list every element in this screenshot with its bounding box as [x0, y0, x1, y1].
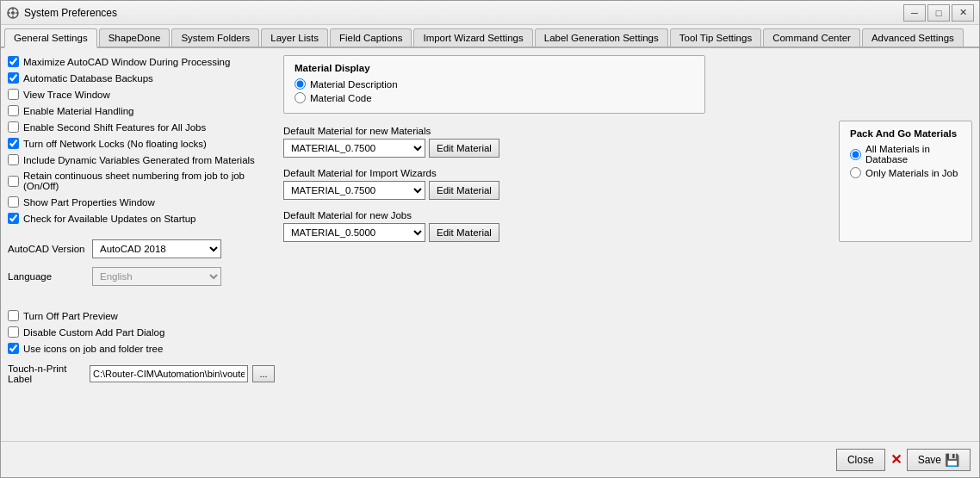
section-gap-3 [8, 301, 275, 306]
checkbox-second-shift-input[interactable] [8, 121, 19, 133]
material-section-jobs: Default Material for new Jobs MATERIAL_0… [283, 210, 830, 242]
touch-n-print-row: Touch-n-Print Label ... [8, 363, 275, 384]
close-btn[interactable]: Close [836, 449, 885, 471]
checkbox-maximize-autocad-input[interactable] [8, 56, 19, 67]
minimize-button[interactable]: ─ [903, 4, 926, 22]
material-import-label: Default Material for Import Wizards [283, 168, 830, 178]
pack-and-go-group: Pack And Go Materials All Materials in D… [839, 121, 972, 242]
checkbox-network-locks-label: Turn off Network Locks (No floating lock… [23, 139, 207, 149]
tab-label-generation[interactable]: Label Generation Settings [535, 28, 668, 47]
checkbox-enable-material-input[interactable] [8, 105, 19, 116]
material-import-row: MATERIAL_0.7500 Edit Material [283, 181, 830, 200]
material-new-edit-btn[interactable]: Edit Material [429, 139, 499, 158]
radio-material-code-label: Material Code [310, 93, 372, 103]
checkbox-check-updates-input[interactable] [8, 213, 19, 224]
material-new-select[interactable]: MATERIAL_0.7500 [283, 139, 425, 158]
system-preferences-window: System Preferences ─ □ ✕ General Setting… [0, 0, 980, 478]
language-select[interactable]: English [92, 267, 221, 286]
radio-material-description-label: Material Description [310, 79, 398, 90]
title-bar: System Preferences ─ □ ✕ [1, 1, 979, 25]
checkbox-disable-add-part-input[interactable] [8, 326, 19, 338]
checkbox-view-trace: View Trace Window [8, 88, 275, 101]
radio-all-materials-input[interactable] [850, 149, 861, 160]
maximize-button[interactable]: □ [927, 4, 950, 22]
language-row: Language English [8, 264, 275, 289]
radio-material-description-input[interactable] [295, 78, 306, 90]
checkbox-sheet-numbering-label: Retain continuous sheet numbering from j… [23, 171, 275, 191]
tab-bar: General Settings ShapeDone System Folder… [1, 25, 979, 48]
radio-material-description: Material Description [295, 78, 694, 90]
material-display-title: Material Display [295, 63, 694, 73]
tab-field-captions[interactable]: Field Captions [330, 28, 412, 47]
checkbox-disable-add-part: Disable Custom Add Part Dialog [8, 326, 275, 338]
material-sections-area: Default Material for new Materials MATER… [283, 121, 830, 242]
radio-all-materials-label: All Materials in Database [865, 144, 961, 165]
svg-point-1 [11, 11, 15, 15]
save-btn[interactable]: Save 💾 [907, 449, 971, 471]
material-import-edit-btn[interactable]: Edit Material [429, 181, 499, 200]
checkbox-use-icons: Use icons on job and folder tree [8, 342, 275, 355]
material-section-new: Default Material for new Materials MATER… [283, 126, 830, 158]
material-display-group: Material Display Material Description Ma… [283, 55, 705, 114]
tab-general-settings[interactable]: General Settings [4, 28, 97, 48]
language-label: Language [8, 271, 85, 282]
checkbox-view-trace-input[interactable] [8, 89, 19, 100]
material-jobs-edit-btn[interactable]: Edit Material [429, 223, 499, 242]
checkbox-part-properties-label: Show Part Properties Window [23, 197, 155, 208]
checkbox-part-properties-input[interactable] [8, 196, 19, 208]
autocad-version-row: AutoCAD Version AutoCAD 2018 AutoCAD 201… [8, 237, 275, 261]
checkbox-turn-off-preview-label: Turn Off Part Preview [23, 311, 118, 321]
material-import-select[interactable]: MATERIAL_0.7500 [283, 181, 425, 200]
autocad-version-label: AutoCAD Version [8, 244, 85, 254]
save-disk-icon: 💾 [945, 453, 959, 467]
browse-button[interactable]: ... [252, 365, 275, 382]
tab-command-center[interactable]: Command Center [763, 28, 860, 47]
left-column: Maximize AutoCAD Window During Processin… [8, 55, 275, 434]
checkbox-turn-off-preview-input[interactable] [8, 310, 19, 321]
close-button[interactable]: ✕ [952, 4, 974, 22]
material-section-import: Default Material for Import Wizards MATE… [283, 168, 830, 200]
touch-n-print-input[interactable] [90, 365, 248, 382]
checkbox-part-properties: Show Part Properties Window [8, 196, 275, 208]
pack-and-go-title: Pack And Go Materials [850, 128, 961, 139]
radio-all-materials: All Materials in Database [850, 144, 961, 165]
checkbox-use-icons-input[interactable] [8, 343, 19, 354]
checkbox-check-updates-label: Check for Available Updates on Startup [23, 214, 196, 224]
checkbox-use-icons-label: Use icons on job and folder tree [23, 344, 163, 354]
title-bar-controls: ─ □ ✕ [903, 4, 974, 22]
checkbox-dynamic-vars-label: Include Dynamic Variables Generated from… [23, 155, 255, 165]
tab-advanced-settings[interactable]: Advanced Settings [862, 28, 964, 47]
autocad-version-select[interactable]: AutoCAD 2018 AutoCAD 2019 AutoCAD 2020 A… [92, 239, 221, 258]
save-btn-label: Save [918, 454, 941, 466]
close-btn-label: Close [847, 454, 874, 466]
checkbox-sheet-numbering: Retain continuous sheet numbering from j… [8, 170, 275, 192]
checkbox-network-locks-input[interactable] [8, 138, 19, 149]
checkbox-second-shift: Enable Second Shift Features for All Job… [8, 121, 275, 133]
title-bar-left: System Preferences [6, 6, 117, 20]
checkbox-enable-material-label: Enable Material Handling [23, 106, 134, 116]
tab-system-folders[interactable]: System Folders [171, 28, 259, 47]
radio-only-in-job-input[interactable] [850, 167, 861, 178]
section-gap-1 [8, 228, 275, 233]
tab-shapedone[interactable]: ShapeDone [99, 28, 171, 47]
checkbox-turn-off-preview: Turn Off Part Preview [8, 309, 275, 322]
checkbox-sheet-numbering-input[interactable] [8, 176, 19, 187]
material-jobs-label: Default Material for new Jobs [283, 210, 830, 220]
radio-only-in-job: Only Materials in Job [850, 167, 961, 178]
app-icon [6, 6, 20, 20]
checkbox-dynamic-vars-input[interactable] [8, 154, 19, 165]
checkbox-view-trace-label: View Trace Window [23, 90, 110, 100]
tab-tooltip[interactable]: Tool Tip Settings [670, 28, 761, 47]
checkbox-auto-db-backups-input[interactable] [8, 72, 19, 84]
touch-n-print-label: Touch-n-Print Label [8, 363, 85, 384]
tab-layer-lists[interactable]: Layer Lists [261, 28, 328, 47]
material-new-label: Default Material for new Materials [283, 126, 830, 136]
checkbox-maximize-autocad: Maximize AutoCAD Window During Processin… [8, 55, 275, 68]
checkbox-dynamic-vars: Include Dynamic Variables Generated from… [8, 153, 275, 166]
right-column: Material Display Material Description Ma… [283, 55, 972, 434]
checkbox-second-shift-label: Enable Second Shift Features for All Job… [23, 122, 206, 133]
material-jobs-select[interactable]: MATERIAL_0.5000 [283, 223, 425, 242]
material-jobs-row: MATERIAL_0.5000 Edit Material [283, 223, 830, 242]
radio-material-code-input[interactable] [295, 92, 306, 103]
tab-import-wizard[interactable]: Import Wizard Settings [413, 28, 532, 47]
